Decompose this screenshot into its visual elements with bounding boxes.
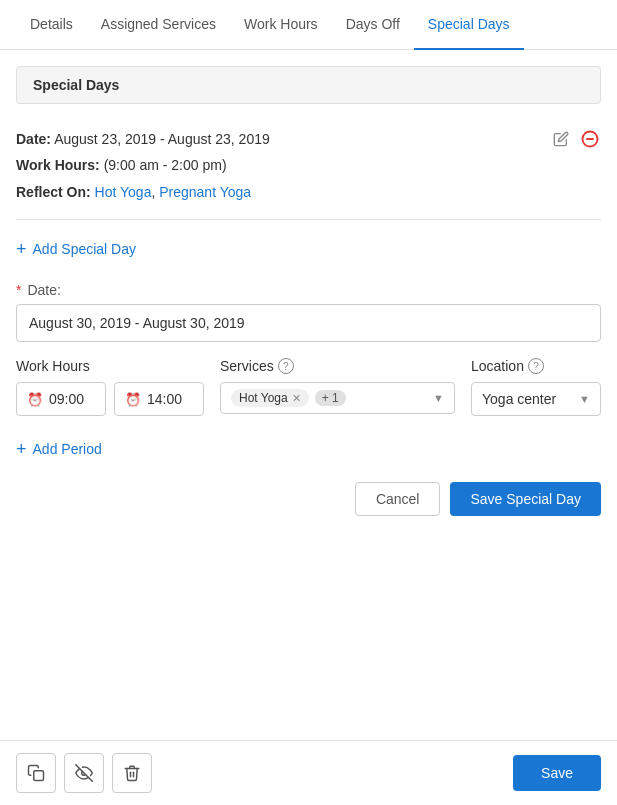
save-main-button[interactable]: Save [513,755,601,791]
add-plus-icon: + [16,240,27,258]
required-star: * [16,282,21,298]
location-dropdown-arrow: ▼ [579,393,590,405]
hide-button[interactable] [64,753,104,793]
location-help-icon[interactable]: ? [528,358,544,374]
delete-button[interactable] [112,753,152,793]
time-inputs: ⏰ 09:00 ⏰ 14:00 [16,382,204,416]
period-row: Work Hours ⏰ 09:00 ⏰ 14:00 Services [16,358,601,416]
services-dropdown-arrow: ▼ [433,392,444,404]
reflect-link-pregnant-yoga[interactable]: Pregnant Yoga [159,184,251,200]
tab-days-off[interactable]: Days Off [332,0,414,50]
add-period-plus-icon: + [16,440,27,458]
reflect-label: Reflect On: [16,184,91,200]
services-dropdown[interactable]: Hot Yoga ✕ + 1 ▼ [220,382,455,414]
work-hours-label: Work Hours: [16,157,100,173]
tab-assigned-services[interactable]: Assigned Services [87,0,230,50]
work-hours-value: (9:00 am - 2:00 pm) [104,157,227,173]
add-special-day-button[interactable]: + Add Special Day [16,232,601,274]
time-end-value: 14:00 [147,391,182,407]
date-field-label-text: Date: [27,282,60,298]
navigation-tabs: Details Assigned Services Work Hours Day… [0,0,617,50]
entry-actions [551,128,601,150]
time-end-input[interactable]: ⏰ 14:00 [114,382,204,416]
delete-entry-button[interactable] [579,128,601,150]
section-title: Special Days [33,77,119,93]
services-col: Services ? Hot Yoga ✕ + 1 ▼ [220,358,455,414]
service-tag-label: Hot Yoga [239,391,288,405]
service-tag-remove[interactable]: ✕ [292,392,301,405]
form-actions: Cancel Save Special Day [16,482,601,516]
add-period-label: Add Period [33,441,102,457]
bottom-left-actions [16,753,152,793]
edit-entry-button[interactable] [551,129,571,149]
copy-button[interactable] [16,753,56,793]
work-hours-col: Work Hours ⏰ 09:00 ⏰ 14:00 [16,358,204,416]
clock-end-icon: ⏰ [125,392,141,407]
work-hours-col-label: Work Hours [16,358,204,374]
date-label: Date: [16,131,51,147]
clock-start-icon: ⏰ [27,392,43,407]
services-help-icon[interactable]: ? [278,358,294,374]
entry-work-hours-row: Work Hours: (9:00 am - 2:00 pm) [16,154,601,176]
location-dropdown[interactable]: Yoga center ▼ [471,382,601,416]
cancel-button[interactable]: Cancel [355,482,441,516]
location-value: Yoga center [482,391,556,407]
section-header: Special Days [16,66,601,104]
location-col: Location ? Yoga center ▼ [471,358,601,416]
entry-reflect-row: Reflect On: Hot Yoga, Pregnant Yoga [16,181,601,203]
svg-rect-2 [34,771,44,781]
date-value: August 23, 2019 - August 23, 2019 [54,131,270,147]
date-input[interactable] [16,304,601,342]
services-col-label: Services ? [220,358,455,374]
main-content: Special Days Date: August 23, 2019 - Aug… [0,50,617,532]
special-day-entry: Date: August 23, 2019 - August 23, 2019 … [16,120,601,220]
save-special-day-button[interactable]: Save Special Day [450,482,601,516]
tab-work-hours[interactable]: Work Hours [230,0,332,50]
add-special-day-label: Add Special Day [33,241,137,257]
time-start-input[interactable]: ⏰ 09:00 [16,382,106,416]
tab-details[interactable]: Details [16,0,87,50]
tab-special-days[interactable]: Special Days [414,0,524,50]
time-start-value: 09:00 [49,391,84,407]
location-col-label: Location ? [471,358,601,374]
bottom-toolbar: Save [0,740,617,805]
special-day-form: * Date: Work Hours ⏰ 09:00 ⏰ 14:00 [16,274,601,516]
add-period-button[interactable]: + Add Period [16,432,601,474]
date-field-label: * Date: [16,282,601,298]
service-tag-hot-yoga: Hot Yoga ✕ [231,389,309,407]
entry-date-row: Date: August 23, 2019 - August 23, 2019 [16,128,601,150]
reflect-link-hot-yoga[interactable]: Hot Yoga [95,184,152,200]
services-count-badge: + 1 [315,390,346,406]
